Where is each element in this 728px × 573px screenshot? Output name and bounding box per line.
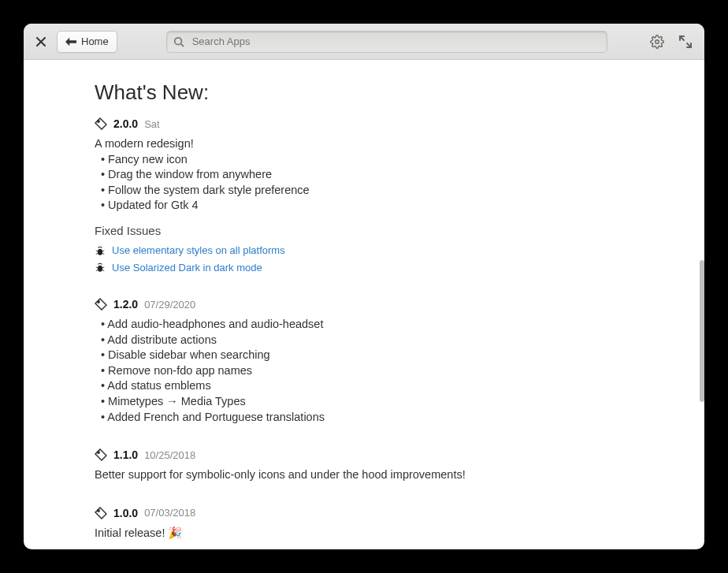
content-area[interactable]: What's New: 2.0.0 Sat A modern redesign!… [24, 60, 704, 549]
bug-icon [95, 245, 106, 256]
list-item: Added French and Portuguese translations [95, 410, 633, 426]
close-button[interactable] [32, 32, 50, 51]
app-window: Home What's New: 2.0.0 Sat A modern rede… [24, 24, 704, 549]
list-item: Add distribute actions [95, 333, 633, 348]
issue-item: Use Solarized Dark in dark mode [95, 261, 633, 275]
svg-point-13 [98, 266, 102, 272]
svg-point-2 [174, 37, 181, 44]
release-entry: 1.2.0 07/29/2020 Add audio-headphones an… [95, 298, 633, 425]
svg-line-9 [96, 251, 98, 251]
release-header: 1.1.0 10/25/2018 [95, 448, 633, 461]
scrollbar-thumb[interactable] [700, 260, 704, 402]
release-version: 1.0.0 [113, 507, 138, 519]
fullscreen-button[interactable] [674, 31, 696, 53]
svg-line-3 [180, 43, 184, 47]
gear-icon [650, 35, 664, 49]
list-item: Remove non-fdo app names [95, 363, 633, 379]
list-item: Add audio-headphones and audio-headset [95, 317, 633, 333]
home-label: Home [81, 35, 109, 47]
list-item: Fancy new icon [95, 152, 633, 168]
release-date: 10/25/2018 [144, 449, 195, 461]
tag-icon [95, 298, 107, 311]
issue-link[interactable]: Use Solarized Dark in dark mode [112, 261, 262, 275]
svg-point-8 [98, 249, 102, 255]
release-intro: Better support for symbolic-only icons a… [95, 467, 633, 483]
release-intro: Initial release! 🎉 [95, 526, 633, 541]
svg-point-19 [98, 452, 99, 453]
svg-line-12 [102, 253, 105, 254]
settings-button[interactable] [646, 31, 668, 53]
release-bullets: Add audio-headphones and audio-headset A… [95, 317, 633, 425]
svg-line-15 [102, 267, 105, 268]
release-entry: 2.0.0 Sat A modern redesign! Fancy new i… [95, 117, 633, 274]
list-item: Updated for Gtk 4 [95, 198, 633, 214]
page-title: What's New: [95, 80, 633, 105]
release-version: 1.2.0 [113, 298, 138, 311]
expand-icon [678, 35, 693, 49]
issue-link[interactable]: Use elementary styles on all platforms [112, 244, 285, 258]
home-button[interactable]: Home [57, 31, 117, 53]
titlebar: Home [24, 24, 704, 60]
release-header: 1.0.0 07/03/2018 [95, 507, 633, 519]
release-header: 2.0.0 Sat [95, 117, 633, 130]
search-icon [173, 36, 184, 47]
issue-item: Use elementary styles on all platforms [95, 244, 633, 258]
bug-icon [95, 262, 106, 273]
list-item: Drag the window from anywhere [95, 167, 633, 183]
list-item: Mimetypes → Media Types [95, 394, 633, 410]
search-field[interactable] [166, 31, 607, 53]
tag-icon [95, 448, 107, 461]
release-date: 07/03/2018 [144, 507, 195, 519]
svg-point-7 [98, 121, 99, 122]
svg-line-10 [102, 251, 105, 251]
tag-icon [95, 507, 107, 519]
list-item: Follow the system dark style preference [95, 183, 633, 199]
tag-icon [95, 117, 107, 130]
back-arrow-icon [65, 37, 76, 47]
search-input[interactable] [191, 35, 600, 48]
svg-line-17 [102, 270, 105, 271]
list-item: Add status emblems [95, 378, 633, 394]
svg-point-4 [656, 39, 659, 43]
list-item: Disable sidebar when searching [95, 348, 633, 363]
svg-point-20 [98, 509, 99, 511]
svg-line-16 [96, 270, 98, 271]
release-version: 1.1.0 [113, 448, 138, 461]
release-entry: 1.1.0 10/25/2018 Better support for symb… [95, 448, 633, 483]
release-entry: 1.0.0 07/03/2018 Initial release! 🎉 [95, 507, 633, 541]
release-date: 07/29/2020 [144, 299, 195, 311]
close-icon [36, 37, 46, 47]
release-header: 1.2.0 07/29/2020 [95, 298, 633, 311]
svg-point-18 [98, 301, 99, 303]
release-version: 2.0.0 [113, 117, 138, 130]
fixed-issues-heading: Fixed Issues [95, 223, 633, 239]
svg-line-11 [96, 253, 98, 254]
release-date: Sat [144, 118, 160, 130]
release-bullets: Fancy new icon Drag the window from anyw… [95, 152, 633, 214]
svg-line-14 [96, 267, 98, 268]
release-intro: A modern redesign! [95, 136, 633, 152]
